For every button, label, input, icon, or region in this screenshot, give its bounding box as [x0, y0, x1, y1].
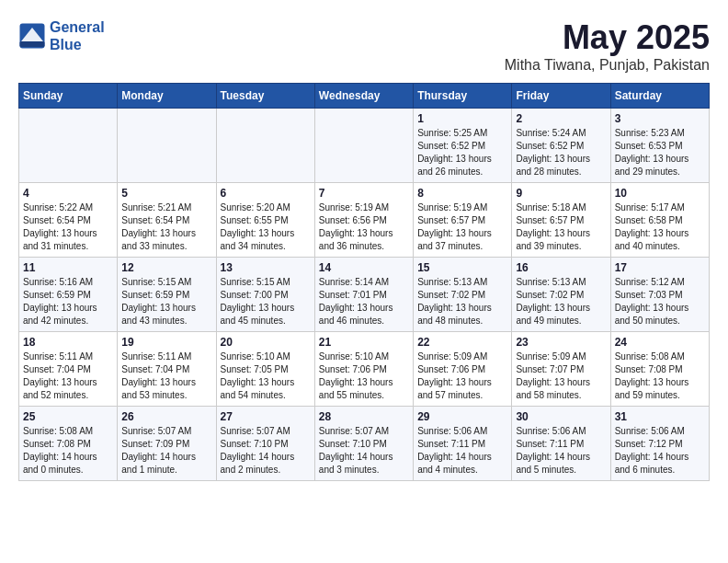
calendar-cell: 30Sunrise: 5:06 AM Sunset: 7:11 PM Dayli…: [512, 407, 610, 481]
calendar-cell: 10Sunrise: 5:17 AM Sunset: 6:58 PM Dayli…: [610, 183, 709, 258]
header-monday: Monday: [118, 84, 216, 109]
day-info: Sunrise: 5:16 AM Sunset: 6:59 PM Dayligh…: [23, 276, 113, 327]
day-number: 24: [615, 336, 705, 349]
calendar-cell: 3Sunrise: 5:23 AM Sunset: 6:53 PM Daylig…: [610, 109, 709, 183]
calendar-week-row: 1Sunrise: 5:25 AM Sunset: 6:52 PM Daylig…: [19, 109, 710, 183]
calendar-cell: 16Sunrise: 5:13 AM Sunset: 7:02 PM Dayli…: [512, 258, 610, 332]
calendar-cell: 27Sunrise: 5:07 AM Sunset: 7:10 PM Dayli…: [216, 407, 314, 481]
day-number: 11: [23, 261, 113, 274]
day-info: Sunrise: 5:10 AM Sunset: 7:06 PM Dayligh…: [319, 350, 409, 402]
calendar-cell: 7Sunrise: 5:19 AM Sunset: 6:56 PM Daylig…: [314, 183, 413, 258]
calendar-cell: 29Sunrise: 5:06 AM Sunset: 7:11 PM Dayli…: [414, 407, 512, 481]
calendar-cell: 17Sunrise: 5:12 AM Sunset: 7:03 PM Dayli…: [610, 258, 709, 332]
logo: General Blue: [18, 18, 105, 53]
day-number: 30: [516, 410, 606, 423]
title-area: May 2025 Mitha Tiwana, Punjab, Pakistan: [505, 18, 710, 74]
day-info: Sunrise: 5:22 AM Sunset: 6:54 PM Dayligh…: [23, 201, 113, 253]
day-info: Sunrise: 5:10 AM Sunset: 7:05 PM Dayligh…: [221, 350, 311, 402]
header-wednesday: Wednesday: [314, 84, 413, 109]
day-info: Sunrise: 5:12 AM Sunset: 7:03 PM Dayligh…: [615, 276, 705, 327]
calendar-cell: [216, 109, 314, 183]
svg-rect-2: [20, 41, 45, 47]
calendar-cell: 5Sunrise: 5:21 AM Sunset: 6:54 PM Daylig…: [118, 183, 216, 258]
header-saturday: Saturday: [610, 84, 709, 109]
calendar-cell: 19Sunrise: 5:11 AM Sunset: 7:04 PM Dayli…: [118, 332, 216, 407]
calendar-cell: 18Sunrise: 5:11 AM Sunset: 7:04 PM Dayli…: [19, 332, 118, 407]
day-info: Sunrise: 5:07 AM Sunset: 7:09 PM Dayligh…: [121, 425, 211, 477]
logo-text: General Blue: [50, 18, 105, 53]
calendar-cell: 13Sunrise: 5:15 AM Sunset: 7:00 PM Dayli…: [216, 258, 314, 332]
day-info: Sunrise: 5:19 AM Sunset: 6:56 PM Dayligh…: [319, 201, 409, 253]
day-number: 29: [417, 410, 507, 423]
day-info: Sunrise: 5:14 AM Sunset: 7:01 PM Dayligh…: [319, 276, 409, 327]
day-number: 26: [121, 410, 211, 423]
calendar-cell: [314, 109, 413, 183]
day-number: 2: [516, 112, 606, 125]
day-number: 31: [615, 410, 705, 423]
day-number: 21: [319, 336, 409, 349]
calendar-table: SundayMondayTuesdayWednesdayThursdayFrid…: [18, 83, 710, 481]
day-number: 16: [516, 261, 606, 274]
day-number: 10: [615, 187, 705, 200]
day-info: Sunrise: 5:19 AM Sunset: 6:57 PM Dayligh…: [417, 201, 507, 253]
subtitle: Mitha Tiwana, Punjab, Pakistan: [505, 57, 710, 74]
day-number: 14: [319, 261, 409, 274]
calendar-header-row: SundayMondayTuesdayWednesdayThursdayFrid…: [19, 84, 710, 109]
logo-icon: [18, 22, 46, 50]
day-info: Sunrise: 5:15 AM Sunset: 6:59 PM Dayligh…: [121, 276, 211, 327]
day-info: Sunrise: 5:13 AM Sunset: 7:02 PM Dayligh…: [417, 276, 507, 327]
page-header: General Blue May 2025 Mitha Tiwana, Punj…: [18, 18, 710, 74]
calendar-cell: 26Sunrise: 5:07 AM Sunset: 7:09 PM Dayli…: [118, 407, 216, 481]
calendar-cell: [19, 109, 118, 183]
calendar-cell: 9Sunrise: 5:18 AM Sunset: 6:57 PM Daylig…: [512, 183, 610, 258]
day-info: Sunrise: 5:06 AM Sunset: 7:12 PM Dayligh…: [615, 425, 705, 477]
calendar-cell: 8Sunrise: 5:19 AM Sunset: 6:57 PM Daylig…: [414, 183, 512, 258]
day-number: 15: [417, 261, 507, 274]
calendar-cell: 21Sunrise: 5:10 AM Sunset: 7:06 PM Dayli…: [314, 332, 413, 407]
day-info: Sunrise: 5:07 AM Sunset: 7:10 PM Dayligh…: [221, 425, 311, 477]
day-info: Sunrise: 5:13 AM Sunset: 7:02 PM Dayligh…: [516, 276, 606, 327]
day-info: Sunrise: 5:20 AM Sunset: 6:55 PM Dayligh…: [221, 201, 311, 253]
header-friday: Friday: [512, 84, 610, 109]
day-number: 25: [23, 410, 113, 423]
calendar-cell: 23Sunrise: 5:09 AM Sunset: 7:07 PM Dayli…: [512, 332, 610, 407]
calendar-week-row: 25Sunrise: 5:08 AM Sunset: 7:08 PM Dayli…: [19, 407, 710, 481]
day-number: 7: [319, 187, 409, 200]
day-number: 27: [221, 410, 311, 423]
day-info: Sunrise: 5:07 AM Sunset: 7:10 PM Dayligh…: [319, 425, 409, 477]
calendar-cell: [118, 109, 216, 183]
header-thursday: Thursday: [414, 84, 512, 109]
calendar-week-row: 18Sunrise: 5:11 AM Sunset: 7:04 PM Dayli…: [19, 332, 710, 407]
day-info: Sunrise: 5:06 AM Sunset: 7:11 PM Dayligh…: [417, 425, 507, 477]
calendar-cell: 4Sunrise: 5:22 AM Sunset: 6:54 PM Daylig…: [19, 183, 118, 258]
logo-line1: General: [50, 19, 105, 35]
calendar-cell: 12Sunrise: 5:15 AM Sunset: 6:59 PM Dayli…: [118, 258, 216, 332]
day-number: 4: [23, 187, 113, 200]
logo-line2: Blue: [50, 37, 82, 52]
calendar-cell: 24Sunrise: 5:08 AM Sunset: 7:08 PM Dayli…: [610, 332, 709, 407]
calendar-week-row: 4Sunrise: 5:22 AM Sunset: 6:54 PM Daylig…: [19, 183, 710, 258]
day-info: Sunrise: 5:09 AM Sunset: 7:06 PM Dayligh…: [417, 350, 507, 402]
day-info: Sunrise: 5:11 AM Sunset: 7:04 PM Dayligh…: [23, 350, 113, 402]
calendar-cell: 15Sunrise: 5:13 AM Sunset: 7:02 PM Dayli…: [414, 258, 512, 332]
day-info: Sunrise: 5:18 AM Sunset: 6:57 PM Dayligh…: [516, 201, 606, 253]
day-number: 22: [417, 336, 507, 349]
day-info: Sunrise: 5:08 AM Sunset: 7:08 PM Dayligh…: [615, 350, 705, 402]
calendar-cell: 28Sunrise: 5:07 AM Sunset: 7:10 PM Dayli…: [314, 407, 413, 481]
day-number: 20: [221, 336, 311, 349]
day-info: Sunrise: 5:09 AM Sunset: 7:07 PM Dayligh…: [516, 350, 606, 402]
day-number: 17: [615, 261, 705, 274]
day-info: Sunrise: 5:06 AM Sunset: 7:11 PM Dayligh…: [516, 425, 606, 477]
day-number: 28: [319, 410, 409, 423]
calendar-cell: 11Sunrise: 5:16 AM Sunset: 6:59 PM Dayli…: [19, 258, 118, 332]
day-number: 8: [417, 187, 507, 200]
day-info: Sunrise: 5:15 AM Sunset: 7:00 PM Dayligh…: [221, 276, 311, 327]
day-number: 18: [23, 336, 113, 349]
day-number: 13: [221, 261, 311, 274]
calendar-cell: 1Sunrise: 5:25 AM Sunset: 6:52 PM Daylig…: [414, 109, 512, 183]
calendar-cell: 22Sunrise: 5:09 AM Sunset: 7:06 PM Dayli…: [414, 332, 512, 407]
main-title: May 2025: [505, 18, 710, 57]
header-sunday: Sunday: [19, 84, 118, 109]
calendar-week-row: 11Sunrise: 5:16 AM Sunset: 6:59 PM Dayli…: [19, 258, 710, 332]
calendar-cell: 31Sunrise: 5:06 AM Sunset: 7:12 PM Dayli…: [610, 407, 709, 481]
